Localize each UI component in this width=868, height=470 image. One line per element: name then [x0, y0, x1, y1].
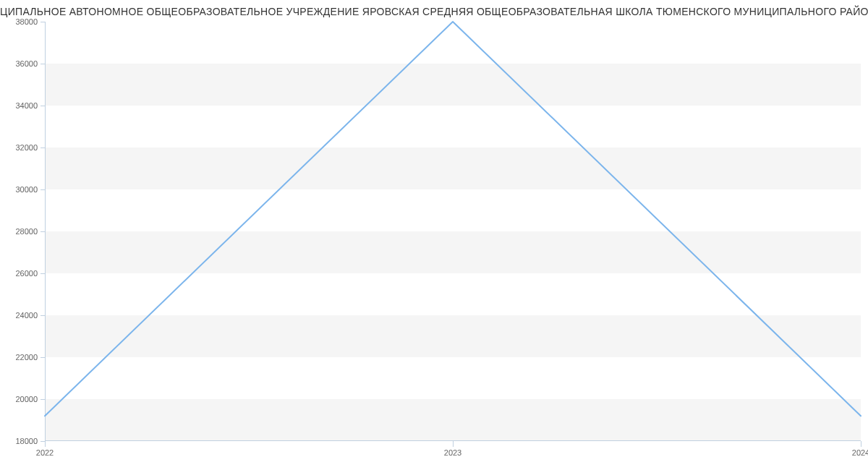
y-tick-label: 34000	[15, 101, 38, 110]
chart-title: ЦИПАЛЬНОЕ АВТОНОМНОЕ ОБЩЕОБРАЗОВАТЕЛЬНОЕ…	[0, 6, 868, 17]
y-tick-label: 30000	[15, 185, 38, 194]
x-tick-label: 2023	[444, 448, 461, 457]
y-tick-label: 36000	[15, 59, 38, 68]
y-tick-label: 38000	[15, 17, 38, 26]
chart-container: ЦИПАЛЬНОЕ АВТОНОМНОЕ ОБЩЕОБРАЗОВАТЕЛЬНОЕ…	[0, 0, 868, 470]
x-tick	[45, 441, 46, 447]
y-tick-label: 32000	[15, 143, 38, 152]
x-tick	[861, 441, 861, 447]
y-tick-label: 18000	[15, 437, 38, 445]
x-tick-label: 2024	[852, 448, 868, 457]
y-tick-label: 22000	[15, 353, 38, 362]
y-tick-label: 24000	[15, 311, 38, 320]
plot-area: 1800020000220002400026000280003000032000…	[45, 22, 861, 441]
x-tick	[453, 441, 454, 447]
y-tick-label: 20000	[15, 395, 38, 403]
y-tick-label: 28000	[15, 227, 38, 236]
x-tick-label: 2022	[36, 448, 54, 457]
chart-line-svg	[45, 22, 861, 441]
data-line	[45, 22, 861, 416]
y-tick-label: 26000	[15, 269, 38, 278]
